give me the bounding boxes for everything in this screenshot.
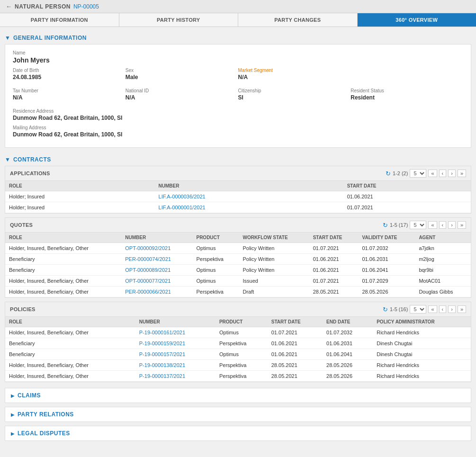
entity-id[interactable]: NP-00005 xyxy=(73,3,99,10)
quote-number[interactable]: OPT-0000077/2021 xyxy=(121,276,192,287)
policies-title: POLICIES xyxy=(10,306,36,312)
tab-360-overview[interactable]: 360° OVERVIEW xyxy=(358,13,476,27)
policy-product: Perspektiva xyxy=(216,360,268,371)
policies-header: POLICIES ↻ 1-5 (16) 5 « ‹ › » xyxy=(5,302,471,317)
applications-card: APPLICATIONS ↻ 1-2 (2) 5 « ‹ › » ROLE xyxy=(5,166,471,214)
applications-col-start-date: START DATE xyxy=(343,181,471,191)
quotes-first-btn[interactable]: « xyxy=(428,221,437,229)
policies-last-btn[interactable]: » xyxy=(458,305,466,313)
quote-start-date: 01.06.2021 xyxy=(309,265,359,276)
policy-admin: Dinesh Chugtai xyxy=(373,338,471,349)
applications-page-size[interactable]: 5 xyxy=(410,169,426,178)
policies-page-size[interactable]: 5 xyxy=(410,305,426,314)
citizenship-label: Citizenship xyxy=(238,88,351,93)
policies-col-number: NUMBER xyxy=(135,317,216,327)
quotes-col-role: ROLE xyxy=(5,233,121,243)
policies-prev-btn[interactable]: ‹ xyxy=(439,305,447,313)
quote-agent: MotAC01 xyxy=(415,276,471,287)
quotes-last-btn[interactable]: » xyxy=(458,221,466,229)
quote-agent: Douglas Gibbs xyxy=(415,287,471,297)
applications-first-btn[interactable]: « xyxy=(428,170,437,177)
table-row: Holder, Insured, Beneficiary, Other P-19… xyxy=(5,371,471,382)
policy-product: Optimus xyxy=(216,349,268,360)
quote-validity-date: 01.07.2032 xyxy=(359,243,415,254)
legal-disputes-title: LEGAL DISPUTES xyxy=(18,430,70,437)
claims-section: ▶ CLAIMS xyxy=(5,388,471,403)
quote-number[interactable]: PER-0000066/2021 xyxy=(121,287,192,297)
policy-number[interactable]: P-19-0000161/2021 xyxy=(135,327,216,338)
quotes-pagination: ↻ 1-5 (17) 5 « ‹ › » xyxy=(383,221,466,229)
quote-validity-date: 01.06.2041 xyxy=(359,265,415,276)
legal-disputes-section-header[interactable]: ▶ LEGAL DISPUTES xyxy=(5,426,471,440)
policy-number[interactable]: P-19-0000159/2021 xyxy=(135,338,216,349)
dob-label: Date of Birth xyxy=(13,68,126,73)
contracts-section-header[interactable]: ▼ CONTRACTS xyxy=(5,153,471,166)
quote-number[interactable]: PER-0000074/2021 xyxy=(121,254,192,265)
back-arrow-icon[interactable]: ← xyxy=(6,3,12,10)
policies-refresh-btn[interactable]: ↻ xyxy=(383,306,388,313)
applications-header: APPLICATIONS ↻ 1-2 (2) 5 « ‹ › » xyxy=(5,166,471,181)
quote-product: Perspektiva xyxy=(192,287,239,297)
applications-col-number: NUMBER xyxy=(155,181,343,191)
quotes-table: ROLE NUMBER PRODUCT WORKFLOW STATE START… xyxy=(5,233,471,297)
policy-product: Optimus xyxy=(216,327,268,338)
applications-last-btn[interactable]: » xyxy=(458,170,466,177)
quote-start-date: 01.07.2021 xyxy=(309,276,359,287)
app-start-date: 01.06.2021 xyxy=(343,191,471,202)
legal-disputes-section: ▶ LEGAL DISPUTES xyxy=(5,426,471,441)
applications-prev-btn[interactable]: ‹ xyxy=(439,170,447,177)
policy-role: Holder, Insured, Beneficiary, Other xyxy=(5,371,135,382)
policy-admin: Richard Hendricks xyxy=(373,360,471,371)
quote-start-date: 28.05.2021 xyxy=(309,287,359,297)
tax-number-label: Tax Number xyxy=(13,88,126,93)
policy-end-date: 28.05.2026 xyxy=(323,371,373,382)
quote-role: Holder, Insured, Beneficiary, Other xyxy=(5,276,121,287)
policies-next-btn[interactable]: › xyxy=(448,305,456,313)
policy-end-date: 01.06.2041 xyxy=(323,349,373,360)
quotes-prev-btn[interactable]: ‹ xyxy=(439,221,447,229)
policies-pagination: ↻ 1-5 (16) 5 « ‹ › » xyxy=(383,305,466,314)
app-number[interactable]: LIF.A-0000001/2021 xyxy=(155,202,343,213)
policies-first-btn[interactable]: « xyxy=(428,305,437,313)
policy-start-date: 28.05.2021 xyxy=(268,360,323,371)
tab-party-changes[interactable]: PARTY CHANGES xyxy=(238,13,358,27)
table-row: Holder, Insured, Beneficiary, Other PER-… xyxy=(5,287,471,297)
quote-agent: a7jdkn xyxy=(415,243,471,254)
applications-next-btn[interactable]: › xyxy=(448,170,456,177)
quote-product: Optimus xyxy=(192,276,239,287)
dob-value: 24.08.1985 xyxy=(13,74,126,81)
party-relations-title: PARTY RELATIONS xyxy=(18,411,74,418)
chevron-down-icon: ▼ xyxy=(5,35,10,41)
policies-pagination-info: 1-5 (16) xyxy=(390,306,408,312)
quotes-card: QUOTES ↻ 1-5 (17) 5 « ‹ › » ROLE xyxy=(5,217,471,298)
quote-workflow: Policy Written xyxy=(239,243,309,254)
policy-number[interactable]: P-19-0000157/2021 xyxy=(135,349,216,360)
quote-number[interactable]: OPT-0000092/2021 xyxy=(121,243,192,254)
quote-validity-date: 01.07.2029 xyxy=(359,276,415,287)
table-row: Beneficiary P-19-0000157/2021 Optimus 01… xyxy=(5,349,471,360)
quote-workflow: Issued xyxy=(239,276,309,287)
quotes-page-size[interactable]: 5 xyxy=(410,221,426,229)
policy-start-date: 01.06.2021 xyxy=(268,349,323,360)
claims-section-header[interactable]: ▶ CLAIMS xyxy=(5,388,471,403)
applications-refresh-btn[interactable]: ↻ xyxy=(386,170,391,177)
quote-workflow: Policy Written xyxy=(239,265,309,276)
policies-col-end: END DATE xyxy=(323,317,373,327)
quote-number[interactable]: OPT-0000089/2021 xyxy=(121,265,192,276)
quotes-next-btn[interactable]: › xyxy=(448,221,456,229)
quotes-col-validity: VALIDITY DATE xyxy=(359,233,415,243)
policy-number[interactable]: P-19-0000137/2021 xyxy=(135,371,216,382)
app-number[interactable]: LIF.A-0000036/2021 xyxy=(155,191,343,202)
quote-role: Holder, Insured, Beneficiary, Other xyxy=(5,287,121,297)
party-relations-section-header[interactable]: ▶ PARTY RELATIONS xyxy=(5,407,471,421)
main-content: ▼ GENERAL INFORMATION Name John Myers Da… xyxy=(0,27,476,449)
quotes-refresh-btn[interactable]: ↻ xyxy=(383,222,388,229)
tab-party-information[interactable]: PARTY INFORMATION xyxy=(0,13,119,27)
general-information-header[interactable]: ▼ GENERAL INFORMATION xyxy=(5,32,471,44)
contracts-section: ▼ CONTRACTS APPLICATIONS ↻ 1-2 (2) 5 « ‹… xyxy=(5,153,471,382)
policy-number[interactable]: P-19-0000138/2021 xyxy=(135,360,216,371)
quote-agent: bqr9bi xyxy=(415,265,471,276)
market-segment-value: N/A xyxy=(238,74,351,81)
tab-party-history[interactable]: PARTY HISTORY xyxy=(119,13,239,27)
table-row: Beneficiary P-19-0000159/2021 Perspektiv… xyxy=(5,338,471,349)
